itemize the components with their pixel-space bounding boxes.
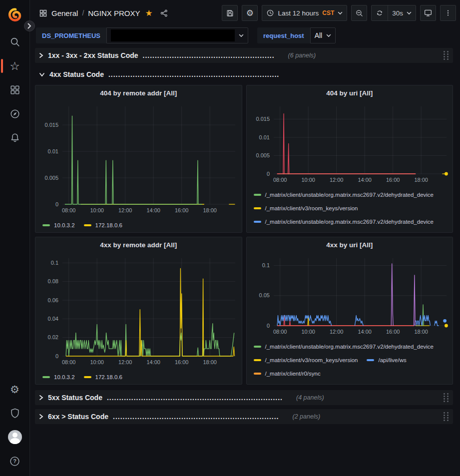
legend-label: /_matrix/client/v3/room_keys/version [265, 232, 358, 233]
legend-item[interactable]: /_matrix/client/v3/room_keys/version [254, 357, 358, 363]
x-axis-tick-label: 10:00 [301, 329, 315, 335]
apps-grid-icon [39, 9, 47, 17]
x-axis-tick-label: 14:00 [358, 329, 372, 335]
legend-swatch-icon [254, 346, 261, 348]
y-axis-tick-label: 0.005 [44, 175, 58, 181]
cycle-view-mode-button[interactable] [420, 5, 436, 21]
row-header-6xx[interactable]: 6xx > Status Code ......................… [35, 409, 453, 424]
legend-swatch-icon [84, 224, 91, 226]
legend-item[interactable]: /_matrix/client/r0/sync [254, 371, 321, 377]
grafana-logo-icon [7, 7, 22, 22]
sidebar-item-profile[interactable] [0, 425, 29, 449]
panel-title[interactable]: 4xx by remote addr [All] [39, 237, 238, 253]
chart-canvas[interactable]: 00.0050.010.01508:0010:0012:0014:0016:00… [251, 101, 450, 185]
chevron-down-icon [338, 11, 343, 15]
legend-item[interactable]: /sw.js [367, 232, 392, 233]
legend-swatch-icon [367, 359, 374, 361]
variables-bar: DS_PROMETHEUS request_host All [30, 26, 460, 47]
row-header-4xx[interactable]: 4xx Status Code ........................… [35, 67, 453, 82]
star-filled-icon[interactable]: ★ [145, 8, 152, 18]
sidebar-item-alerting[interactable] [0, 126, 29, 150]
legend-swatch-icon [254, 359, 261, 361]
star-outline-icon: ☆ [9, 60, 20, 72]
legend: /_matrix/client/unstable/org.matrix.msc2… [251, 187, 449, 233]
legend-item[interactable]: /_matrix/client/v3/room_keys/version [254, 232, 358, 233]
x-axis-tick-label: 18:00 [203, 207, 217, 213]
panel-title[interactable]: 404 by remote addr [All] [39, 85, 238, 101]
chevron-down-icon [239, 34, 244, 37]
legend-item[interactable]: 172.18.0.6 [84, 222, 122, 228]
legend-item[interactable]: /_matrix/client/unstable/org.matrix.msc2… [254, 344, 434, 350]
row-title: 6xx > Status Code [48, 413, 108, 421]
chart-canvas[interactable]: 00.020.040.060.080.108:0010:0012:0014:00… [39, 253, 238, 367]
row-drag-handle[interactable] [443, 412, 449, 422]
row-leader-dots: ........................................… [143, 51, 275, 59]
series-end-dot [445, 324, 448, 328]
y-axis-tick-label: 0.1 [51, 260, 58, 266]
x-axis-tick-label: 12:00 [329, 329, 343, 335]
refresh-interval-dropdown[interactable]: 30s [388, 5, 416, 20]
sidebar-expand-button[interactable] [24, 20, 35, 31]
legend-item[interactable]: /api/live/ws [367, 357, 406, 363]
legend-item[interactable]: /_matrix/client/v3/room_keys/version [254, 205, 358, 211]
panel-title[interactable]: 404 by uri [All] [251, 85, 449, 101]
row-drag-handle[interactable] [443, 393, 449, 403]
legend-label: /_matrix/client/unstable/org.matrix.msc2… [265, 384, 434, 385]
ds-prometheus-dropdown[interactable] [106, 27, 248, 43]
legend-item[interactable]: /_matrix/client/unstable/org.matrix.msc2… [254, 384, 434, 385]
breadcrumb-separator: / [82, 9, 84, 17]
request-host-dropdown[interactable]: All [310, 27, 336, 43]
x-axis-tick-label: 12:00 [329, 177, 343, 183]
refresh-button[interactable] [372, 5, 388, 20]
chart-canvas[interactable]: 00.0050.010.01508:0010:0012:0014:0016:00… [39, 101, 238, 215]
y-axis-tick-label: 0.1 [262, 262, 269, 268]
timezone-label: CST [322, 9, 334, 16]
time-range-picker[interactable]: Last 12 hours CST [262, 5, 347, 21]
kebab-menu-button[interactable] [440, 5, 456, 21]
sidebar-item-search[interactable] [0, 30, 29, 54]
refresh-interval-value: 30s [392, 9, 403, 17]
x-axis-tick-label: 16:00 [386, 329, 400, 335]
sidebar-item-help[interactable]: ? [0, 449, 29, 473]
x-axis-tick-label: 08:00 [273, 177, 287, 183]
legend-label: 10.0.3.2 [54, 222, 75, 228]
y-axis-tick-label: 0.08 [48, 278, 58, 284]
legend-item[interactable]: 10.0.3.2 [42, 374, 75, 380]
zoom-out-time-button[interactable] [351, 5, 367, 21]
share-icon[interactable] [160, 9, 168, 17]
row-header-5xx[interactable]: 5xx Status Code ........................… [35, 390, 453, 405]
sidebar-item-starred[interactable]: ☆ [0, 54, 29, 78]
page-title[interactable]: NGINX PROXY [88, 9, 140, 17]
y-axis-tick-label: 0 [55, 201, 58, 207]
dashboard-topbar: General / NGINX PROXY ★ ⚙ [30, 0, 460, 26]
breadcrumb: General / NGINX PROXY ★ [39, 8, 168, 18]
legend-label: 172.18.0.6 [95, 222, 122, 228]
legend-label: /_matrix/client/v3/room_keys/version [265, 205, 358, 211]
save-dashboard-button[interactable] [222, 5, 238, 21]
breadcrumb-section[interactable]: General [51, 9, 78, 17]
sidebar-item-server-admin[interactable] [0, 401, 29, 425]
y-axis-tick-label: 0 [266, 323, 269, 329]
legend-swatch-icon [254, 221, 261, 223]
sidebar-item-configuration[interactable]: ⚙ [0, 377, 29, 401]
shield-icon [9, 408, 20, 419]
sidebar-item-dashboards[interactable] [0, 78, 29, 102]
legend-swatch-icon [254, 194, 261, 196]
chart-canvas[interactable]: 00.050.108:0010:0012:0014:0016:0018:00 [251, 253, 450, 337]
panel-title[interactable]: 4xx by uri [All] [251, 237, 449, 253]
legend-item[interactable]: 172.18.0.6 [84, 374, 122, 380]
dashboard-settings-button[interactable]: ⚙ [242, 5, 258, 21]
chevron-down-icon [407, 11, 412, 15]
legend-item[interactable]: 10.0.3.2 [42, 222, 75, 228]
legend-item[interactable]: /_matrix/client/unstable/org.matrix.msc2… [254, 192, 434, 198]
series-end-dot [445, 172, 448, 176]
legend-label: /api/live/ws [378, 357, 406, 363]
row-drag-handle[interactable] [443, 50, 449, 60]
sidebar-item-explore[interactable] [0, 102, 29, 126]
series-line [355, 316, 363, 326]
gear-icon: ⚙ [246, 9, 254, 17]
legend-item[interactable]: /_matrix/client/unstable/org.matrix.msc2… [254, 219, 434, 225]
row-header-1xx-3xx-2xx[interactable]: 1xx - 3xx - 2xx Status Code ............… [35, 48, 453, 63]
x-axis-tick-label: 08:00 [273, 329, 287, 335]
legend-label: /_matrix/client/v3/room_keys/version [265, 357, 358, 363]
